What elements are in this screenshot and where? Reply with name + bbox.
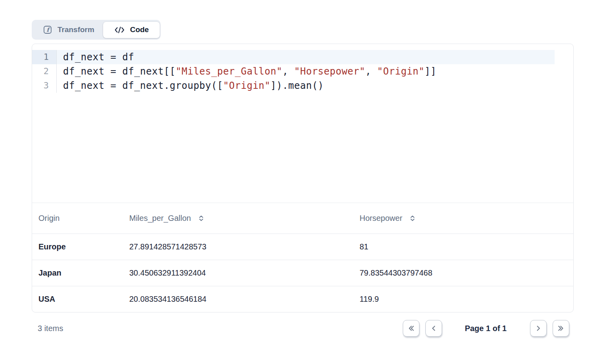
line-number: 2	[32, 64, 57, 79]
last-page-button[interactable]	[553, 320, 569, 337]
column-label: Origin	[38, 214, 59, 223]
column-label: Miles_per_Gallon	[129, 214, 191, 223]
svg-text:f: f	[46, 27, 50, 33]
first-page-button[interactable]	[403, 320, 419, 337]
data-cell: 79.83544303797468	[353, 268, 573, 278]
data-cell: 27.891428571428573	[123, 242, 353, 251]
code-text: df_next = df_next.groupby(["Origin"]).me…	[57, 79, 324, 93]
chevrons-right-icon	[557, 324, 565, 333]
code-line[interactable]: 1df_next = df	[32, 50, 573, 64]
pagination: Page 1 of 1	[403, 320, 569, 337]
tab-code-label: Code	[130, 25, 149, 34]
table-row: Japan30.45063291139240479.83544303797468	[32, 260, 573, 286]
next-page-button[interactable]	[530, 320, 547, 337]
row-index-cell: Europe	[32, 242, 123, 251]
chevrons-left-icon	[407, 324, 415, 333]
row-index-cell: Japan	[32, 268, 123, 278]
row-index-cell: USA	[32, 295, 123, 304]
table-row: Europe27.89142857142857381	[32, 234, 573, 260]
column-header-origin: Origin	[32, 214, 123, 223]
code-line[interactable]: 3df_next = df_next.groupby(["Origin"]).m…	[32, 79, 573, 93]
items-count: 3 items	[38, 324, 63, 333]
line-number: 1	[32, 50, 57, 64]
data-cell: 30.450632911392404	[123, 268, 353, 278]
data-cell: 81	[353, 242, 573, 251]
tab-transform-label: Transform	[57, 25, 94, 34]
view-switcher: f Transform Code	[32, 20, 161, 40]
column-header-miles-per-gallon: Miles_per_Gallon	[123, 214, 353, 223]
code-line[interactable]: 2df_next = df_next[["Miles_per_Gallon", …	[32, 64, 573, 79]
previous-page-button[interactable]	[425, 320, 442, 337]
table-row: USA20.083534136546184119.9	[32, 286, 573, 312]
sort-chevrons-icon	[409, 215, 416, 222]
result-table: Origin Miles_per_Gallon Horsepower	[32, 203, 573, 312]
function-icon: f	[43, 25, 52, 34]
column-header-horsepower: Horsepower	[353, 214, 573, 223]
code-editor[interactable]: 1df_next = df2df_next = df_next[["Miles_…	[32, 44, 573, 203]
data-cell: 20.083534136546184	[123, 295, 353, 304]
code-text: df_next = df	[57, 50, 134, 64]
tab-code[interactable]: Code	[103, 22, 160, 38]
code-lines: 1df_next = df2df_next = df_next[["Miles_…	[32, 50, 573, 93]
chevron-right-icon	[534, 324, 543, 333]
data-cell: 119.9	[353, 295, 573, 304]
table-body: Europe27.89142857142857381Japan30.450632…	[32, 234, 573, 312]
table-header: Origin Miles_per_Gallon Horsepower	[32, 203, 573, 234]
code-brackets-icon	[114, 26, 125, 34]
sort-chevrons-icon	[198, 215, 205, 222]
code-text: df_next = df_next[["Miles_per_Gallon", "…	[57, 64, 436, 79]
dataframe-panel: 1df_next = df2df_next = df_next[["Miles_…	[32, 44, 574, 312]
column-label: Horsepower	[360, 214, 402, 223]
chevron-left-icon	[429, 324, 438, 333]
page-indicator: Page 1 of 1	[465, 324, 507, 333]
line-number: 3	[32, 79, 57, 93]
sort-button[interactable]	[198, 215, 205, 222]
table-footer: 3 items Page 1 of 1	[32, 312, 574, 344]
sort-button[interactable]	[409, 215, 416, 222]
tab-transform[interactable]: f Transform	[33, 22, 103, 38]
